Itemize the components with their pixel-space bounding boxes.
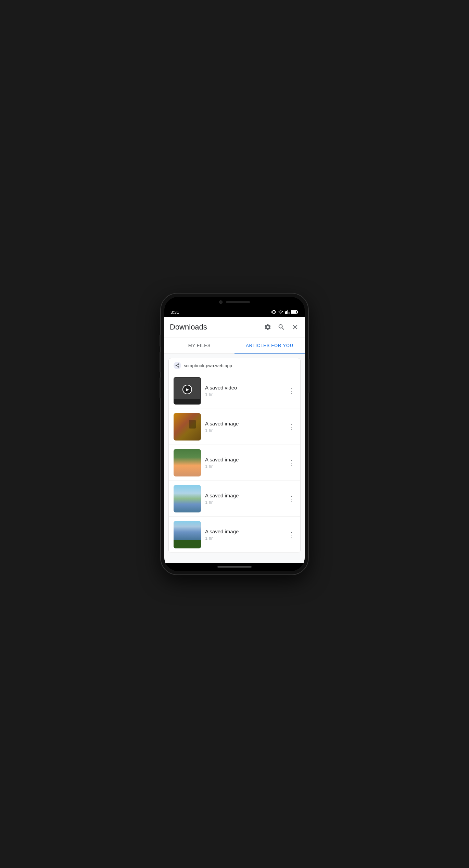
image-thumb-food — [174, 449, 201, 476]
item-title: A saved video — [205, 385, 283, 390]
image-thumbnail-2 — [174, 449, 201, 476]
item-meta: 1 hr — [205, 392, 283, 397]
source-url: scrapbook-pwa.web.app — [184, 363, 232, 368]
tab-my-files[interactable]: MY FILES — [164, 337, 234, 354]
item-info: A saved image 1 hr — [205, 529, 283, 541]
item-title: A saved image — [205, 493, 283, 498]
list-item[interactable]: ▶ A saved video 1 hr ⋮ — [169, 373, 300, 409]
list-item[interactable]: A saved image 1 hr ⋮ — [169, 481, 300, 517]
front-camera — [219, 300, 223, 304]
close-button[interactable] — [291, 323, 299, 331]
status-icons — [271, 310, 299, 314]
item-info: A saved image 1 hr — [205, 421, 283, 433]
source-card: scrapbook-pwa.web.app ▶ A saved video 1 … — [168, 358, 301, 553]
volume-up-button — [160, 352, 161, 372]
list-item[interactable]: A saved image 1 hr ⋮ — [169, 409, 300, 445]
item-more-button[interactable]: ⋮ — [287, 531, 295, 539]
phone-frame: 3:31 Downloads — [161, 294, 308, 574]
item-meta: 1 hr — [205, 536, 283, 541]
page-title: Downloads — [170, 323, 264, 332]
list-item[interactable]: A saved image 1 hr ⋮ — [169, 445, 300, 481]
item-more-button[interactable]: ⋮ — [287, 459, 295, 467]
app-header: Downloads — [164, 317, 305, 337]
status-bar: 3:31 — [164, 307, 305, 317]
tab-articles-for-you[interactable]: ARTICLES FOR YOU — [234, 337, 305, 354]
source-header: scrapbook-pwa.web.app — [169, 358, 300, 373]
settings-button[interactable] — [264, 323, 272, 331]
item-meta: 1 hr — [205, 428, 283, 433]
home-indicator — [164, 563, 305, 571]
item-more-button[interactable]: ⋮ — [287, 495, 295, 503]
item-title: A saved image — [205, 529, 283, 534]
wifi-icon — [278, 310, 283, 314]
image-thumbnail-4 — [174, 521, 201, 548]
app-content: Downloads MY FILES — [164, 317, 305, 563]
item-title: A saved image — [205, 421, 283, 426]
volume-button-mute — [160, 335, 161, 347]
items-list[interactable]: scrapbook-pwa.web.app ▶ A saved video 1 … — [164, 354, 305, 563]
item-info: A saved image 1 hr — [205, 457, 283, 469]
play-icon: ▶ — [182, 385, 192, 394]
svg-rect-1 — [297, 311, 298, 313]
vibrate-icon — [271, 310, 277, 314]
list-item[interactable]: A saved image 1 hr ⋮ — [169, 517, 300, 553]
phone-screen: 3:31 Downloads — [164, 297, 305, 571]
video-thumbnail: ▶ — [174, 377, 201, 405]
item-more-button[interactable]: ⋮ — [287, 423, 295, 431]
power-button — [308, 359, 309, 393]
image-thumb-wood — [174, 413, 201, 441]
image-thumbnail-3 — [174, 485, 201, 512]
item-title: A saved image — [205, 457, 283, 462]
svg-rect-2 — [291, 311, 296, 313]
phone-top-bezel — [164, 297, 305, 307]
home-bar — [217, 566, 252, 568]
item-more-button[interactable]: ⋮ — [287, 387, 295, 395]
tabs-bar: MY FILES ARTICLES FOR YOU — [164, 337, 305, 354]
image-thumbnail-1 — [174, 413, 201, 441]
header-icons — [264, 323, 299, 331]
battery-icon — [291, 310, 299, 314]
source-share-icon — [174, 362, 181, 369]
item-meta: 1 hr — [205, 500, 283, 505]
item-info: A saved video 1 hr — [205, 385, 283, 397]
item-info: A saved image 1 hr — [205, 493, 283, 505]
signal-icon — [285, 310, 290, 314]
speaker-grill — [226, 301, 250, 303]
item-meta: 1 hr — [205, 464, 283, 469]
volume-down-button — [160, 377, 161, 398]
status-time: 3:31 — [170, 310, 179, 315]
image-thumb-city — [174, 521, 201, 548]
video-thumb-inner: ▶ — [174, 377, 201, 405]
image-thumb-waterfront — [174, 485, 201, 512]
search-button[interactable] — [277, 323, 286, 331]
